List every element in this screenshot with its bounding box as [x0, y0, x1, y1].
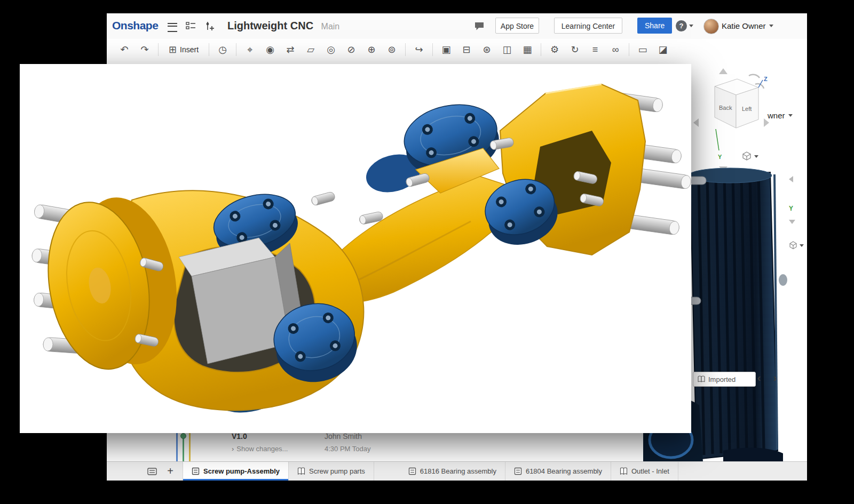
add-tab-button[interactable]: +	[162, 462, 178, 481]
toolbar-separator	[209, 43, 209, 56]
toolbar-separator	[432, 43, 433, 56]
tab-gap	[374, 462, 400, 481]
tab-screw-pump-assembly[interactable]: Screw pump-Assembly	[183, 462, 289, 481]
follow-mode-icon[interactable]	[205, 21, 216, 32]
tab-bar: + Screw pump-Assembly Screw pu	[107, 461, 807, 481]
tag-bom-icon[interactable]: ◪	[655, 42, 670, 58]
bolt	[779, 274, 787, 286]
timeline-node[interactable]	[180, 433, 186, 439]
z-axis-label: Z	[764, 76, 768, 82]
orbit-cw-icon[interactable]	[749, 75, 760, 78]
rack-gear-icon[interactable]: ≡	[588, 42, 603, 58]
main-menu-icon[interactable]	[168, 23, 177, 32]
toolbar-separator	[541, 43, 541, 56]
version-author: John Smith	[325, 432, 362, 441]
assembly-tab-icon	[514, 467, 522, 475]
snap-mode-icon[interactable]: ↪	[412, 42, 426, 58]
interference-icon[interactable]: ⚙	[547, 42, 562, 58]
pin-slot-mate-icon[interactable]: ⊕	[364, 42, 379, 58]
assembly-toolbar: ↶↷⊞Insert◷⌖◉⇄▱◎⊘⊕⊚↪▣⊟⊛◫▦⚙↻≡∞▭◪	[107, 39, 807, 60]
undo-icon[interactable]: ↶	[117, 42, 132, 58]
cube-icon	[742, 151, 752, 161]
history-clock-icon[interactable]: ◷	[215, 42, 230, 58]
document-title[interactable]: Lightweight CNC	[227, 20, 313, 31]
left-face-label: Left	[742, 106, 752, 112]
orbit-left-icon[interactable]	[693, 118, 699, 127]
help-icon[interactable]: ?	[676, 20, 687, 31]
planar-mate-icon[interactable]: ▱	[303, 42, 318, 58]
workspace-name[interactable]: Main	[321, 22, 340, 31]
document-title-area: Lightweight CNC Main	[227, 20, 339, 32]
tangent-mate-icon[interactable]: ⊚	[384, 42, 399, 58]
share-button[interactable]: Share	[637, 18, 672, 34]
user-menu[interactable]: Katie Owner	[722, 21, 773, 30]
revolute-mate-icon[interactable]: ◉	[263, 42, 278, 58]
avatar[interactable]	[703, 19, 719, 34]
toolbar-separator	[405, 43, 406, 56]
imported-tab[interactable]: Imported	[693, 372, 756, 387]
ball-mate-icon[interactable]: ◎	[323, 42, 338, 58]
partstudio-tab-icon	[297, 467, 305, 475]
named-views-icon[interactable]: ▣	[439, 42, 454, 58]
tab-outlet-inlet[interactable]: Outlet - Inlet	[611, 462, 678, 481]
model-viewport-window[interactable]	[20, 64, 691, 433]
pump-housing[interactable]	[689, 168, 778, 459]
prev-tab-button[interactable]: ‹	[753, 371, 765, 384]
app-header: Onshape Lightweight CNC Main App S	[107, 13, 807, 39]
exploded-view-icon[interactable]: ⊛	[479, 42, 494, 58]
version-timestamp: 4:30 PM Today	[325, 445, 370, 453]
drawing-icon[interactable]: ▭	[635, 42, 650, 58]
mate-icon[interactable]: ⌖	[242, 42, 257, 58]
app-store-button[interactable]: App Store	[495, 18, 539, 34]
tab-61816-bearing-assembly[interactable]: 61816 Bearing assembly	[400, 462, 505, 481]
assembly-tab-icon	[408, 467, 416, 475]
tab-screw-pump-parts[interactable]: Screw pump parts	[289, 462, 374, 481]
onshape-logo[interactable]: Onshape	[112, 19, 158, 32]
timeline-branch-yellow[interactable]	[189, 432, 191, 462]
chevron-down-icon	[769, 25, 773, 27]
cylindrical-mate-icon[interactable]: ⊘	[344, 42, 359, 58]
bom-table-icon[interactable]: ▦	[520, 42, 535, 58]
timeline-branch-blue[interactable]	[176, 432, 178, 462]
expand-icon: ›	[232, 445, 234, 453]
chevron-down-icon	[788, 114, 793, 117]
chevron-down-icon	[689, 25, 693, 27]
document-panel-icon[interactable]	[186, 21, 196, 31]
version-label[interactable]: V1.0	[232, 432, 247, 441]
slider-mate-icon[interactable]: ⇄	[283, 42, 298, 58]
comment-icon[interactable]	[474, 22, 485, 31]
back-face-label: Back	[719, 105, 732, 111]
partstudio-tab-icon	[620, 467, 628, 475]
imported-label: Imported	[708, 375, 736, 383]
toolbar-icons: ↶↷⊞Insert◷⌖◉⇄▱◎⊘⊕⊚↪▣⊟⊛◫▦⚙↻≡∞▭◪	[107, 39, 807, 60]
toolbar-separator	[158, 43, 159, 56]
view-cube[interactable]: Back Left Z Y	[691, 67, 771, 174]
orbit-up-icon[interactable]	[719, 68, 728, 74]
tab-manager-icon[interactable]	[144, 462, 160, 481]
show-changes-link[interactable]: › Show changes...	[232, 445, 288, 453]
universal-joint-model[interactable]	[20, 64, 691, 433]
toolbar-separator	[236, 43, 236, 56]
user-name: Katie Owner	[722, 21, 766, 30]
page-background: Onshape Lightweight CNC Main App S	[0, 0, 854, 504]
y-axis-label: Y	[718, 154, 722, 160]
display-mode-dropdown[interactable]	[742, 151, 758, 161]
insert-icon[interactable]: ⊞Insert	[164, 42, 203, 58]
learning-center-button[interactable]: Learning Center	[554, 18, 622, 34]
assembly-tab-icon	[192, 467, 200, 475]
document-tabs: Screw pump-Assembly Screw pump parts	[183, 462, 678, 481]
belt-chain-icon[interactable]: ∞	[608, 42, 623, 58]
tab-bar-controls: +	[107, 462, 178, 481]
section-view-icon[interactable]: ⊟	[459, 42, 474, 58]
next-tab-button[interactable]: ›	[769, 371, 781, 384]
part-studio-icon	[698, 375, 705, 383]
help-menu[interactable]: ?	[676, 20, 693, 31]
tab-61804-bearing-assembly[interactable]: 61804 Bearing assembly	[505, 462, 611, 481]
motion-study-icon[interactable]: ↻	[567, 42, 582, 58]
redo-icon[interactable]: ↷	[137, 42, 152, 58]
render-studio-icon[interactable]: ◫	[500, 42, 515, 58]
chevron-down-icon	[754, 155, 758, 158]
orbit-right-icon[interactable]	[764, 118, 769, 127]
toolbar-separator	[629, 43, 629, 56]
